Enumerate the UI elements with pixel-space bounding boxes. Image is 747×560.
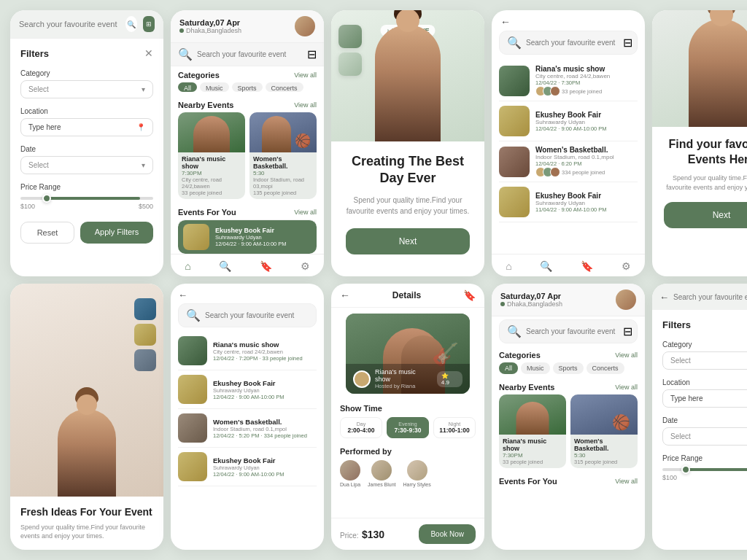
reset-button[interactable]: Reset [20,222,74,244]
search-input[interactable] [19,20,120,28]
show-time-label: Show Time [340,404,476,413]
categories-title: Categories [178,71,220,79]
back-button[interactable]: ← [492,10,645,31]
evt-item-2[interactable]: Ekushey Book Fair Suhrawardy Udyan 12/04… [178,370,317,409]
card-detail-list2: Saturday,07 Apr Dhaka,Bangladesh 🔍 ⊟ Cat… [492,284,645,550]
detail-event-2[interactable]: Ekushey Book Fair Suhrawardy Udyan 12/04… [499,101,638,141]
filters-panel: Filters ✕ Category Select ▾ Location Typ… [10,39,163,276]
next-button[interactable]: Next [346,228,470,254]
evt-item-1[interactable]: Riana's music show City centre, road 24/… [178,332,317,370]
nav-settings-2[interactable]: ⚙ [622,260,631,272]
date-select[interactable]: Select ▾ [20,156,153,174]
for-you-view-all[interactable]: View all [294,209,317,216]
detail-event-4[interactable]: Ekushey Book Fair Suhrawardy Udyan 11/04… [499,182,638,222]
f2-location-label: Location [662,378,747,386]
f2-price-slider[interactable] [662,468,747,471]
detail-event-3[interactable]: Women's Basketball. Indoor Stadium, road… [499,141,638,182]
filter-icon[interactable]: ⊟ [307,47,317,61]
back-arrow-detail[interactable]: ← [340,289,350,301]
card9-date: Saturday,07 Apr [500,292,611,300]
filter-icon-c[interactable]: ⊟ [623,324,632,338]
category-all[interactable]: All [178,82,197,92]
search-icon[interactable]: 🔍 [125,16,137,32]
book-now-button[interactable]: Book Now [419,524,476,544]
nearby-event-2[interactable]: 🏀 Women's Basketball. 5:30 Indoor Stadiu… [249,112,317,199]
card-events-top: Saturday,07 Apr Dhaka,Bangladesh 🔍 ⊟ Cat… [171,10,324,276]
cat9-music[interactable]: Music [521,362,550,374]
f2-category-select[interactable]: Select ▾ [662,351,747,370]
search-input-c[interactable] [526,327,619,335]
f2-price-min: $100 [662,474,677,481]
f2-slider-thumb[interactable] [681,465,690,474]
categories-view-all[interactable]: View all [294,71,317,79]
price-range-labels: $100 $500 [20,203,153,210]
date-group: Date Select ▾ [20,145,153,174]
evt-info-3: Women's Basketball. Indoor Stadium, road… [213,418,317,439]
location-dot [179,28,184,33]
f2-price-range-label: Price Range [662,454,747,462]
evt-item-4[interactable]: Ekushey Book Fair Suhrawardy Udyan 12/04… [178,448,317,486]
search-input[interactable] [197,50,303,58]
category-sports[interactable]: Sports [232,82,263,92]
for-you-event-1[interactable]: Ekushey Book Fair Suhrawardy Udyan 12/04… [178,219,317,254]
nav-bookmark-2[interactable]: 🔖 [581,260,593,272]
f2-price-range-labels: $100 $500 [662,474,747,481]
rating-badge: ⭐ 4.9 [437,371,462,387]
cat9-concerts[interactable]: Concerts [587,362,624,374]
location-input[interactable]: Type here 📍 [20,118,153,136]
for-you-title: Events For You [178,208,236,217]
card-filters2: ← 🔍 ⊞ Filters ✕ Category Select ▾ Locati… [652,284,747,550]
nav-settings[interactable]: ⚙ [301,260,310,272]
card9-nearby-2[interactable]: 🏀 Women's Basketball. 5:30 315 people jo… [570,394,638,468]
close-button[interactable]: ✕ [144,47,153,59]
artist-avatar [353,370,371,388]
category-select[interactable]: Select ▾ [20,80,153,98]
time-evening[interactable]: Evening 7:30-9:30 [387,417,429,438]
category-concerts[interactable]: Concerts [266,82,303,92]
price-slider[interactable] [20,197,153,200]
artist-name: Riana's music show [375,368,433,383]
for-you-event-1-info: Ekushey Book Fair Suhrawardy Udyan 12/04… [215,227,311,247]
fresh-description: Spend your quality time.Find your favour… [20,523,153,541]
time-day[interactable]: Day 2:00-4:00 [340,417,382,438]
search-input-b[interactable] [205,311,309,319]
event-4-thumb [499,187,530,217]
nav-home[interactable]: ⌂ [185,260,190,272]
search-input[interactable] [526,39,619,47]
search-input-f2[interactable] [673,293,747,301]
onboard-title: Creating The Best Day Ever [346,153,470,187]
slider-thumb[interactable] [42,194,51,203]
evt-item-3[interactable]: Women's Basketball. Indoor Stadium, road… [178,409,317,448]
cat9-sports[interactable]: Sports [553,362,584,374]
for-you-event-1-thumb [183,224,209,250]
nearby-events-grid: Riana's music show 7:30PM City centre, r… [171,112,324,203]
fresh-side-thumb-2 [134,324,156,346]
detail-event-1[interactable]: Riana's music show City centre, road 24/… [499,61,638,101]
category-music[interactable]: Music [200,82,229,92]
back-icon-f2[interactable]: ← [659,292,669,303]
filter-icon[interactable]: ⊞ [143,16,155,32]
cat9-all[interactable]: All [499,362,518,374]
evt-thumb-2 [178,375,207,404]
nearby-event-1[interactable]: Riana's music show 7:30PM City centre, r… [178,112,245,199]
event-2-thumb [499,106,530,136]
next-button-2[interactable]: Next [664,202,747,228]
onboard2-content: Find your favourite Events Here Spend yo… [652,127,747,276]
nav-home-2[interactable]: ⌂ [506,260,511,272]
nav-bookmark[interactable]: 🔖 [260,260,272,272]
card-filters: 🔍 ⊞ Filters ✕ Category Select ▾ Location… [10,10,163,276]
filter-icon[interactable]: ⊟ [623,36,632,50]
nav-search[interactable]: 🔍 [219,260,231,272]
f2-location-input[interactable]: Type here 📍 [662,389,747,408]
back-button-2[interactable]: ← [171,284,324,303]
filters-title: Filters [20,48,49,59]
bookmark-icon[interactable]: 🔖 [463,289,476,301]
card9-nearby-1[interactable]: Riana's music show 7:30PM 33 people join… [499,394,566,468]
nearby-view-all[interactable]: View all [294,101,317,109]
time-night[interactable]: Night 11:00-1:00 [433,417,476,438]
nav-search-2[interactable]: 🔍 [540,260,552,272]
apply-filters-button[interactable]: Apply Filters [80,222,153,244]
f2-date-select[interactable]: Select ▾ [662,427,747,446]
evt-info-4: Ekushey Book Fair Suhrawardy Udyan 12/04… [213,456,317,478]
performer-1-name: Dua Lipa [340,482,360,487]
